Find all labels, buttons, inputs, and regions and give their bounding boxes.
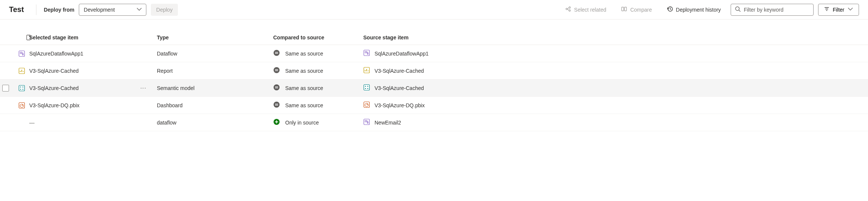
compare-text: Same as source xyxy=(285,68,323,74)
stage-title: Test xyxy=(9,5,32,14)
filter-button[interactable]: Filter xyxy=(818,4,859,16)
table-row[interactable]: V3-SqlAzure-Cached···Semantic modelSame … xyxy=(0,80,868,97)
table-row[interactable]: SqlAzureDataflowApp1DataflowSame as sour… xyxy=(0,45,868,62)
compare-icon xyxy=(621,6,627,13)
row-checkbox[interactable] xyxy=(2,85,9,92)
dashboard-icon xyxy=(363,101,370,109)
same-as-source-icon xyxy=(273,101,280,109)
same-as-source-icon xyxy=(273,67,280,75)
item-type: Report xyxy=(157,68,273,74)
item-type: Dataflow xyxy=(157,51,273,57)
table-row[interactable]: V3-SqlAzure-DQ.pbixDashboardSame as sour… xyxy=(0,97,868,114)
col-source[interactable]: Source stage item xyxy=(363,34,868,40)
col-compared[interactable]: Compared to source xyxy=(273,34,363,40)
item-type: Dashboard xyxy=(157,102,273,108)
source-item-name: SqlAzureDataflowApp1 xyxy=(375,51,429,57)
compare-label: Compare xyxy=(630,7,652,13)
source-item-name: V3-SqlAzure-Cached xyxy=(375,68,424,74)
item-type: dataflow xyxy=(157,120,273,126)
item-name: V3-SqlAzure-Cached xyxy=(29,68,79,74)
item-type: Semantic model xyxy=(157,85,273,91)
item-name: V3-SqlAzure-DQ.pbix xyxy=(29,102,80,108)
same-as-source-icon xyxy=(273,50,280,57)
item-name: V3-SqlAzure-Cached xyxy=(29,85,79,91)
same-as-source-icon xyxy=(273,84,280,92)
deploy-from-select[interactable]: Development xyxy=(79,4,146,16)
col-selected[interactable]: Selected stage item xyxy=(29,34,157,40)
table-header: Selected stage item Type Compared to sou… xyxy=(0,30,868,45)
deploy-from-value: Development xyxy=(84,7,115,13)
table-row[interactable]: V3-SqlAzure-CachedReportSame as sourceV3… xyxy=(0,62,868,80)
share-icon xyxy=(565,6,571,13)
table-row[interactable]: —dataflowOnly in sourceNewEmail2 xyxy=(0,114,868,131)
report-icon xyxy=(363,67,370,75)
toolbar: Test Deploy from Development Deploy Sele… xyxy=(0,0,868,20)
search-icon xyxy=(735,6,741,13)
filter-icon xyxy=(824,6,830,13)
divider xyxy=(36,4,36,15)
select-related-label: Select related xyxy=(574,7,606,13)
compare-text: Same as source xyxy=(285,102,323,108)
chevron-down-icon xyxy=(136,6,142,13)
report-icon xyxy=(14,68,29,74)
col-type[interactable]: Type xyxy=(157,34,273,40)
semanticmodel-icon xyxy=(14,85,29,92)
semanticmodel-icon xyxy=(363,84,370,92)
source-item-name: V3-SqlAzure-Cached xyxy=(375,85,424,91)
compare-button[interactable]: Compare xyxy=(616,4,657,16)
compare-text: Same as source xyxy=(285,85,323,91)
more-options-icon[interactable]: ··· xyxy=(139,85,148,92)
deployment-history-button[interactable]: Deployment history xyxy=(662,4,726,16)
deployment-history-label: Deployment history xyxy=(676,7,721,13)
filter-label: Filter xyxy=(833,7,844,13)
dataflow-icon xyxy=(363,50,370,57)
items-table: Selected stage item Type Compared to sou… xyxy=(0,20,868,131)
file-icon xyxy=(14,34,29,40)
item-name: SqlAzureDataflowApp1 xyxy=(29,51,83,57)
dataflow-icon xyxy=(14,50,29,57)
dashboard-icon xyxy=(14,102,29,109)
search-box[interactable] xyxy=(731,4,814,16)
history-icon xyxy=(667,6,673,13)
search-input[interactable] xyxy=(744,7,809,13)
dataflow-icon xyxy=(363,118,370,126)
only-in-source-icon xyxy=(273,118,280,126)
compare-text: Only in source xyxy=(285,120,319,126)
compare-text: Same as source xyxy=(285,51,323,57)
deploy-button[interactable]: Deploy xyxy=(151,4,178,16)
chevron-down-icon xyxy=(847,6,853,13)
item-name: — xyxy=(29,120,35,126)
deploy-from-label: Deploy from xyxy=(44,7,75,13)
select-related-button[interactable]: Select related xyxy=(560,4,612,16)
source-item-name: V3-SqlAzure-DQ.pbix xyxy=(375,102,425,108)
source-item-name: NewEmail2 xyxy=(375,120,401,126)
